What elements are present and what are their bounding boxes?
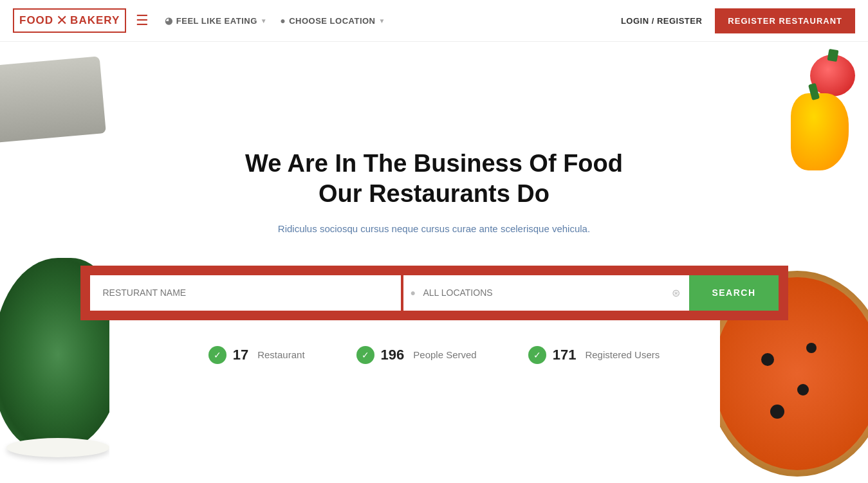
- logo-bakery-text: BAKERY: [70, 14, 120, 27]
- logo[interactable]: FOOD ✕ BAKERY: [13, 8, 126, 33]
- search-bar: ● ⊛ SEARCH: [80, 266, 788, 320]
- nav-right-actions: LOGIN / REGISTER REGISTER RESTAURANT: [621, 8, 855, 33]
- choose-location-arrow-icon: ▼: [379, 17, 385, 24]
- left-plate-decoration: [6, 438, 109, 457]
- choose-location-label: CHOOSE LOCATION: [289, 16, 375, 26]
- stat-users-check-icon: ✓: [528, 346, 546, 364]
- location-input-icon: ●: [410, 287, 415, 298]
- fork-knife-icon: ✕: [56, 12, 68, 29]
- navbar: FOOD ✕ BAKERY ☰ ◕ FEEL LIKE EATING ▼ ● C…: [0, 0, 868, 42]
- feel-like-eating-label: FEEL LIKE EATING: [176, 16, 257, 26]
- location-target-icon: ⊛: [672, 287, 680, 299]
- choose-location-menu[interactable]: ● CHOOSE LOCATION ▼: [280, 15, 385, 26]
- hero-section: We Are In The Business Of Food Our Resta…: [0, 42, 868, 483]
- compass-icon: ◕: [165, 15, 173, 26]
- location-input-wrapper: ● ⊛: [402, 275, 688, 311]
- restaurant-name-input[interactable]: [90, 275, 402, 311]
- stat-registered-users: ✓ 171 Registered Users: [528, 346, 660, 364]
- register-restaurant-button[interactable]: REGISTER RESTAURANT: [715, 8, 855, 33]
- feel-like-eating-arrow-icon: ▼: [261, 17, 267, 24]
- stat-users-number: 171: [553, 347, 577, 363]
- location-pin-icon: ●: [280, 15, 286, 26]
- hero-subtitle: Ridiculus sociosqu cursus neque cursus c…: [245, 221, 623, 237]
- left-tray-decoration: [0, 56, 106, 143]
- login-register-link[interactable]: LOGIN / REGISTER: [621, 16, 702, 26]
- hero-title-line2: Our Restaurants Do: [319, 180, 549, 207]
- logo-food-text: FOOD: [19, 14, 53, 27]
- hero-content: We Are In The Business Of Food Our Resta…: [232, 149, 636, 259]
- hero-right-food-decoration: [720, 42, 868, 483]
- location-input[interactable]: [403, 275, 689, 311]
- hero-left-food-decoration: [0, 42, 109, 483]
- stat-restaurant: ✓ 17 Restaurant: [208, 346, 305, 364]
- stat-people-number: 196: [381, 347, 405, 363]
- hamburger-menu-icon[interactable]: ☰: [136, 12, 149, 29]
- stat-restaurant-number: 17: [233, 347, 248, 363]
- stat-people-served: ✓ 196 People Served: [356, 346, 477, 364]
- stats-bar: ✓ 17 Restaurant ✓ 196 People Served ✓ 17…: [208, 346, 660, 377]
- feel-like-eating-menu[interactable]: ◕ FEEL LIKE EATING ▼: [165, 15, 267, 26]
- hero-title: We Are In The Business Of Food Our Resta…: [245, 149, 623, 210]
- right-pepper-decoration: [791, 93, 849, 170]
- stat-restaurant-label: Restaurant: [257, 349, 304, 360]
- hero-title-line1: We Are In The Business Of Food: [245, 150, 623, 177]
- search-button[interactable]: SEARCH: [689, 275, 778, 311]
- stat-restaurant-check-icon: ✓: [208, 346, 226, 364]
- stat-people-check-icon: ✓: [356, 346, 374, 364]
- stat-people-label: People Served: [413, 349, 476, 360]
- stat-users-label: Registered Users: [585, 349, 660, 360]
